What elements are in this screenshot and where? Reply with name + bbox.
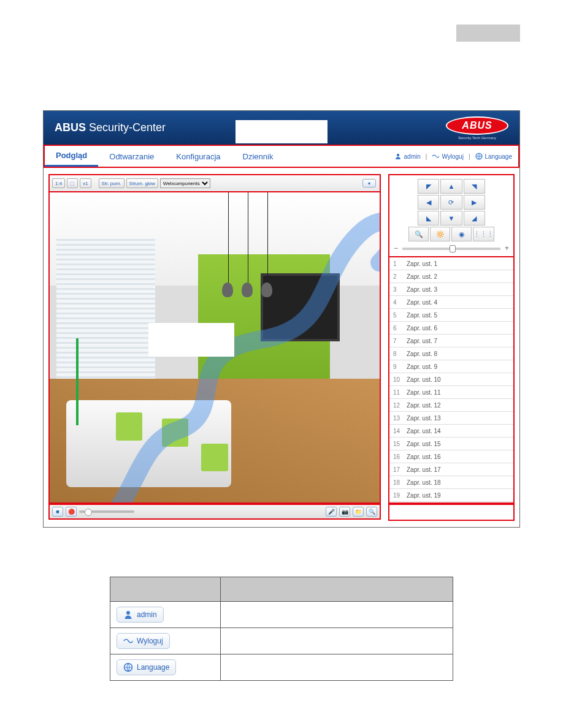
preset-row[interactable]: 5Zapr. ust. 5 <box>389 309 513 322</box>
preset-number: 12 <box>393 402 407 409</box>
tab-odtwarzanie[interactable]: Odtwarzanie <box>98 146 165 167</box>
tab-podglad[interactable]: Podgląd <box>45 146 98 167</box>
preset-row[interactable]: 3Zapr. ust. 3 <box>389 283 513 296</box>
preset-number: 17 <box>393 466 407 473</box>
snapshot-button[interactable]: 📷 <box>339 507 350 517</box>
preset-number: 16 <box>393 453 407 460</box>
video-bottom-bar: ■ 🔴 🎤 📷 📁 🔍 <box>48 504 381 520</box>
preset-row[interactable]: 17Zapr. ust. 17 <box>389 463 513 476</box>
preset-row[interactable]: 15Zapr. ust. 15 <box>389 438 513 450</box>
preset-number: 19 <box>393 492 407 499</box>
preset-row[interactable]: 2Zapr. ust. 2 <box>389 270 513 283</box>
preset-label: Zapr. ust. 5 <box>407 312 437 319</box>
abus-logo-tagline: Security Tech Germany <box>458 136 496 140</box>
layout-grid-button[interactable]: ⬚ <box>67 178 78 188</box>
zoom-x1-button[interactable]: x1 <box>80 178 91 188</box>
abus-logo-oval: ABUS <box>446 116 508 135</box>
content-area: 1:4 ⬚ x1 Str. pom. Strum. głów Webcompon… <box>44 168 519 527</box>
video-toolbar: 1:4 ⬚ x1 Str. pom. Strum. głów Webcompon… <box>48 174 381 191</box>
preset-number: 2 <box>393 273 407 280</box>
preset-number: 6 <box>393 325 407 332</box>
nav-language-label[interactable]: Language <box>485 153 513 160</box>
app-window: ABUS Security-Center ABUS Security Tech … <box>43 110 520 528</box>
preset-label: Zapr. ust. 18 <box>407 479 441 486</box>
nav-logout-label[interactable]: Wyloguj <box>442 153 463 160</box>
ptz-preset-icon[interactable]: ⋮⋮⋮ <box>473 227 494 241</box>
preset-label: Zapr. ust. 8 <box>407 351 437 357</box>
legend-pill-admin: admin <box>117 607 164 623</box>
legend-cell-logout: Wyloguj <box>110 628 221 654</box>
ptz-down-right[interactable]: ◢ <box>464 211 485 226</box>
ptz-up[interactable]: ▲ <box>440 179 462 194</box>
logout-icon <box>432 153 439 160</box>
preset-row[interactable]: 8Zapr. ust. 8 <box>389 347 513 360</box>
preset-row[interactable]: 9Zapr. ust. 9 <box>389 360 513 373</box>
layout-1-4-button[interactable]: 1:4 <box>52 178 65 188</box>
nav-user-area: admin | Wyloguj | Language <box>394 153 518 160</box>
app-header: ABUS Security-Center ABUS Security Tech … <box>44 111 519 145</box>
legend-label-language: Language <box>137 663 169 672</box>
ptz-left[interactable]: ◀ <box>418 195 439 210</box>
preset-number: 9 <box>393 363 407 370</box>
header-overlay-box <box>236 120 327 143</box>
preset-row[interactable]: 12Zapr. ust. 12 <box>389 399 513 412</box>
ptz-down-left[interactable]: ◣ <box>418 211 439 226</box>
substream-button[interactable]: Str. pom. <box>99 178 124 188</box>
preset-row[interactable]: 13Zapr. ust. 13 <box>389 412 513 425</box>
ptz-down[interactable]: ▼ <box>440 211 462 226</box>
ptz-zoom-icon[interactable]: 🔍 <box>408 227 429 241</box>
stop-button[interactable]: ■ <box>52 507 63 517</box>
preset-row[interactable]: 14Zapr. ust. 14 <box>389 425 513 438</box>
preset-row[interactable]: 16Zapr. ust. 16 <box>389 450 513 463</box>
preset-label: Zapr. ust. 15 <box>407 441 441 447</box>
preset-row[interactable]: 11Zapr. ust. 11 <box>389 386 513 399</box>
preset-row[interactable]: 7Zapr. ust. 7 <box>389 335 513 347</box>
preset-label: Zapr. ust. 6 <box>407 325 437 332</box>
preset-row[interactable]: 10Zapr. ust. 10 <box>389 373 513 386</box>
plugin-select[interactable]: Webcomponents <box>160 178 210 188</box>
preset-number: 1 <box>393 260 407 267</box>
ptz-focus-icon[interactable]: ◉ <box>451 227 472 241</box>
preset-number: 7 <box>393 338 407 344</box>
ptz-right[interactable]: ▶ <box>464 195 485 210</box>
tab-dziennik[interactable]: Dziennik <box>232 146 285 167</box>
ptz-auto[interactable]: ⟳ <box>440 195 462 210</box>
ptz-direction-grid: ◤ ▲ ◥ ◀ ⟳ ▶ ◣ ▼ ◢ <box>418 179 485 226</box>
mic-button[interactable]: 🎤 <box>326 507 337 517</box>
preset-label: Zapr. ust. 3 <box>407 286 437 293</box>
svg-point-0 <box>396 154 399 156</box>
tab-konfiguracja[interactable]: Konfiguracja <box>165 146 231 167</box>
folder-button[interactable]: 📁 <box>353 507 364 517</box>
preset-row[interactable]: 6Zapr. ust. 6 <box>389 322 513 335</box>
mainstream-button[interactable]: Strum. głów <box>126 178 158 188</box>
ptz-up-right[interactable]: ◥ <box>464 179 485 194</box>
preset-list[interactable]: 1Zapr. ust. 12Zapr. ust. 23Zapr. ust. 34… <box>389 257 513 502</box>
preset-label: Zapr. ust. 17 <box>407 466 441 473</box>
ptz-iris-icon[interactable]: 🔆 <box>430 227 450 241</box>
volume-slider[interactable] <box>79 510 134 513</box>
globe-icon <box>123 662 133 672</box>
preset-row[interactable]: 19Zapr. ust. 19 <box>389 489 513 502</box>
legend-label-admin: admin <box>137 610 157 619</box>
nav-user-label[interactable]: admin <box>404 153 421 160</box>
zoom-button[interactable]: 🔍 <box>366 507 377 517</box>
main-nav: Podgląd Odtwarzanie Konfiguracja Dzienni… <box>44 145 519 168</box>
preset-row[interactable]: 1Zapr. ust. 1 <box>389 257 513 270</box>
user-icon <box>394 153 402 160</box>
preset-number: 18 <box>393 479 407 486</box>
preset-panel: 1Zapr. ust. 12Zapr. ust. 23Zapr. ust. 34… <box>388 257 515 504</box>
ptz-up-left[interactable]: ◤ <box>418 179 439 194</box>
preset-label: Zapr. ust. 10 <box>407 376 441 383</box>
brand-bold: ABUS <box>55 121 86 134</box>
preset-label: Zapr. ust. 14 <box>407 428 441 434</box>
ptz-speed-slider[interactable] <box>402 248 500 250</box>
legend-cell-admin: admin <box>110 602 221 628</box>
brand-rest: Security-Center <box>86 121 166 134</box>
preset-row[interactable]: 18Zapr. ust. 18 <box>389 476 513 489</box>
record-button[interactable]: 🔴 <box>66 507 77 517</box>
toolbar-right-icon[interactable]: ▾ <box>362 179 376 188</box>
live-video-frame[interactable] <box>48 191 381 504</box>
legend-pill-logout: Wyloguj <box>117 633 170 649</box>
page-marker <box>456 25 520 42</box>
preset-row[interactable]: 4Zapr. ust. 4 <box>389 296 513 309</box>
